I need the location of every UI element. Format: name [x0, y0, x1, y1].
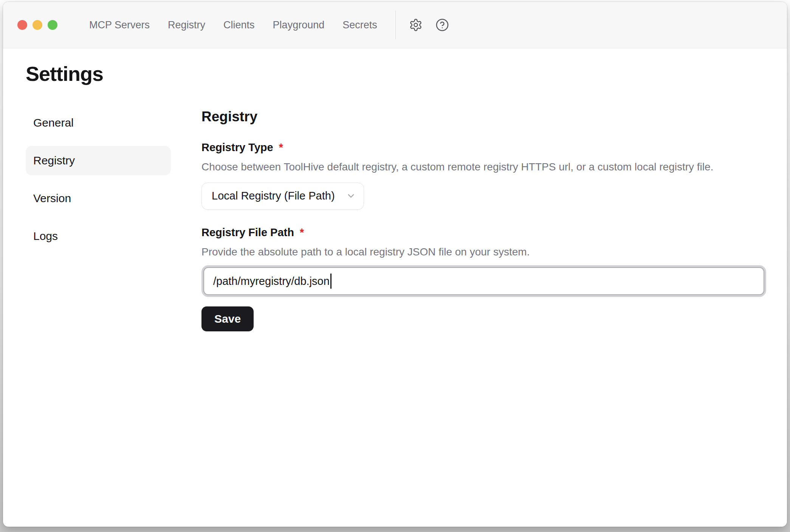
- sidebar-item-general[interactable]: General: [26, 108, 171, 138]
- close-window-button[interactable]: [17, 20, 27, 30]
- text-cursor: [330, 274, 331, 289]
- settings-gear-button[interactable]: [409, 18, 423, 32]
- registry-file-path-input[interactable]: /path/myregistry/db.json: [203, 267, 764, 295]
- section-heading: Registry: [201, 109, 766, 125]
- save-button[interactable]: Save: [201, 306, 254, 331]
- nav-item-playground[interactable]: Playground: [273, 20, 325, 30]
- help-button[interactable]: [435, 18, 449, 32]
- registry-file-path-description: Provide the absolute path to a local reg…: [201, 246, 766, 258]
- top-navigation: MCP Servers Registry Clients Playground …: [89, 20, 377, 30]
- titlebar: MCP Servers Registry Clients Playground …: [3, 2, 787, 48]
- window-controls: [17, 20, 57, 30]
- required-asterisk: *: [279, 141, 283, 154]
- nav-item-registry[interactable]: Registry: [168, 20, 205, 30]
- nav-item-mcp-servers[interactable]: MCP Servers: [89, 20, 150, 30]
- registry-file-path-value: /path/myregistry/db.json: [213, 275, 330, 288]
- maximize-window-button[interactable]: [48, 20, 57, 30]
- chevron-down-icon: [346, 191, 356, 201]
- gear-icon: [409, 18, 423, 32]
- settings-sidebar: General Registry Version Logs: [26, 108, 171, 331]
- registry-type-field: Registry Type * Choose between ToolHive …: [201, 141, 766, 210]
- registry-type-label: Registry Type: [201, 141, 273, 154]
- sidebar-item-version[interactable]: Version: [26, 184, 171, 213]
- registry-type-select[interactable]: Local Registry (File Path): [201, 182, 364, 210]
- registry-file-path-field: Registry File Path * Provide the absolut…: [201, 226, 766, 295]
- registry-settings-panel: Registry Registry Type * Choose between …: [201, 108, 766, 331]
- sidebar-item-registry[interactable]: Registry: [26, 146, 171, 175]
- required-asterisk: *: [300, 226, 304, 239]
- page-title: Settings: [26, 62, 787, 85]
- help-circle-icon: [435, 18, 449, 32]
- app-window: MCP Servers Registry Clients Playground …: [3, 2, 787, 527]
- registry-type-description: Choose between ToolHive default registry…: [201, 161, 766, 173]
- minimize-window-button[interactable]: [33, 20, 42, 30]
- settings-page: Settings General Registry Version Logs R…: [3, 48, 787, 527]
- nav-item-secrets[interactable]: Secrets: [342, 20, 377, 30]
- nav-item-clients[interactable]: Clients: [223, 20, 255, 30]
- sidebar-item-logs[interactable]: Logs: [26, 221, 171, 251]
- registry-type-select-value: Local Registry (File Path): [212, 190, 335, 202]
- registry-file-path-label: Registry File Path: [201, 226, 294, 239]
- nav-divider: [395, 11, 396, 39]
